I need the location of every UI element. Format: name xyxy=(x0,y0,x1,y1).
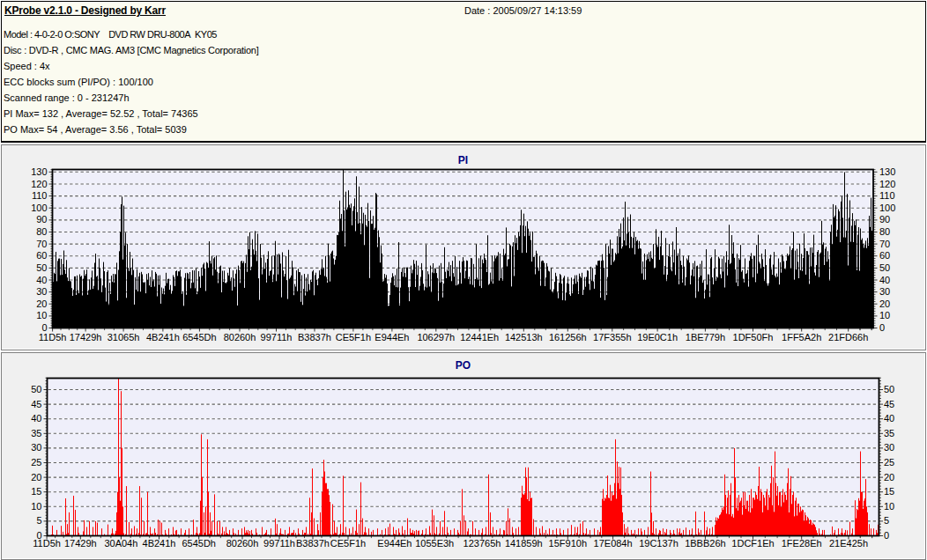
svg-text:1055E3h: 1055E3h xyxy=(415,538,454,549)
svg-text:100: 100 xyxy=(31,203,47,213)
svg-text:15F910h: 15F910h xyxy=(549,538,587,549)
svg-text:19C137h: 19C137h xyxy=(639,538,679,549)
svg-text:21FD66h: 21FD66h xyxy=(828,332,868,343)
svg-text:120: 120 xyxy=(31,179,47,189)
svg-text:123765h: 123765h xyxy=(464,538,501,549)
svg-text:11D5h: 11D5h xyxy=(33,538,61,549)
svg-text:4B241h: 4B241h xyxy=(146,332,180,343)
svg-text:1BE779h: 1BE779h xyxy=(686,332,725,343)
svg-text:CE5F1h: CE5F1h xyxy=(330,538,366,549)
svg-text:6545Dh: 6545Dh xyxy=(182,332,217,343)
svg-text:6545Dh: 6545Dh xyxy=(182,538,216,549)
svg-text:31065h: 31065h xyxy=(108,332,140,343)
svg-text:B3837h: B3837h xyxy=(298,332,331,343)
svg-text:40: 40 xyxy=(31,413,41,424)
svg-text:E944Eh: E944Eh xyxy=(377,538,412,549)
svg-text:110: 110 xyxy=(32,190,48,201)
svg-text:142513h: 142513h xyxy=(505,332,543,343)
svg-text:1DF50Fh: 1DF50Fh xyxy=(733,332,774,343)
svg-text:10: 10 xyxy=(879,310,890,321)
svg-text:30A04h: 30A04h xyxy=(104,538,137,549)
svg-text:35: 35 xyxy=(884,428,894,438)
svg-text:60: 60 xyxy=(879,250,890,261)
svg-text:30: 30 xyxy=(879,286,890,297)
svg-text:80260h: 80260h xyxy=(226,538,259,549)
svg-text:15: 15 xyxy=(31,486,41,497)
svg-text:35: 35 xyxy=(31,428,41,438)
svg-text:50: 50 xyxy=(879,262,890,273)
svg-text:10: 10 xyxy=(31,501,41,512)
svg-text:30: 30 xyxy=(36,286,47,297)
svg-text:PI: PI xyxy=(458,154,468,166)
svg-text:10: 10 xyxy=(36,310,47,321)
svg-text:70: 70 xyxy=(36,239,47,249)
svg-text:E944Eh: E944Eh xyxy=(375,332,409,343)
svg-text:17429h: 17429h xyxy=(70,332,102,343)
svg-text:10: 10 xyxy=(884,501,894,512)
svg-text:120: 120 xyxy=(879,179,895,189)
svg-text:20: 20 xyxy=(36,298,47,309)
svg-text:17429h: 17429h xyxy=(64,538,97,549)
svg-text:30: 30 xyxy=(884,442,894,453)
svg-text:60: 60 xyxy=(36,250,47,261)
svg-text:25: 25 xyxy=(31,457,41,468)
svg-text:19E0C1h: 19E0C1h xyxy=(637,332,678,343)
svg-text:100: 100 xyxy=(879,203,895,213)
svg-text:25: 25 xyxy=(884,457,894,468)
svg-text:80: 80 xyxy=(36,226,47,237)
svg-text:4B241h: 4B241h xyxy=(143,538,176,549)
svg-text:70: 70 xyxy=(879,239,890,249)
svg-text:1FE28Eh: 1FE28Eh xyxy=(782,538,822,549)
svg-text:30: 30 xyxy=(31,442,41,453)
svg-text:0: 0 xyxy=(884,530,889,541)
svg-text:141859h: 141859h xyxy=(505,538,543,549)
svg-text:20: 20 xyxy=(879,298,890,309)
svg-text:12441Eh: 12441Eh xyxy=(460,332,499,343)
svg-text:45: 45 xyxy=(884,399,894,409)
svg-text:20: 20 xyxy=(31,472,41,483)
svg-text:161256h: 161256h xyxy=(549,332,587,343)
svg-text:50: 50 xyxy=(31,384,41,394)
svg-text:106297h: 106297h xyxy=(417,332,455,343)
svg-text:40: 40 xyxy=(884,413,894,424)
svg-text:CE5F1h: CE5F1h xyxy=(336,332,371,343)
svg-text:80: 80 xyxy=(879,226,890,237)
svg-text:5: 5 xyxy=(36,515,41,526)
svg-text:17F355h: 17F355h xyxy=(593,332,631,343)
svg-text:5: 5 xyxy=(884,515,889,526)
svg-text:90: 90 xyxy=(36,214,47,225)
svg-text:PO: PO xyxy=(456,359,471,372)
svg-text:90: 90 xyxy=(879,214,890,225)
svg-text:99711h: 99711h xyxy=(263,538,295,549)
svg-text:40: 40 xyxy=(36,275,47,285)
svg-text:11D5h: 11D5h xyxy=(39,332,67,343)
svg-text:45: 45 xyxy=(31,399,41,409)
svg-text:1BBB26h: 1BBB26h xyxy=(685,538,725,549)
svg-text:40: 40 xyxy=(879,275,890,285)
svg-text:130: 130 xyxy=(879,166,895,177)
svg-text:20: 20 xyxy=(884,472,894,483)
svg-text:130: 130 xyxy=(31,166,47,177)
svg-text:1DCF1Eh: 1DCF1Eh xyxy=(731,538,774,549)
svg-text:21E425h: 21E425h xyxy=(829,538,868,549)
svg-text:99711h: 99711h xyxy=(261,332,293,343)
svg-text:0: 0 xyxy=(879,322,885,333)
svg-text:1FF5A2h: 1FF5A2h xyxy=(782,332,821,343)
svg-text:B3837h: B3837h xyxy=(296,538,330,549)
svg-text:50: 50 xyxy=(36,262,47,273)
svg-text:80260h: 80260h xyxy=(224,332,256,343)
svg-text:15: 15 xyxy=(884,486,894,497)
svg-text:17E084h: 17E084h xyxy=(594,538,633,549)
svg-text:110: 110 xyxy=(879,190,895,201)
svg-text:50: 50 xyxy=(884,384,894,394)
